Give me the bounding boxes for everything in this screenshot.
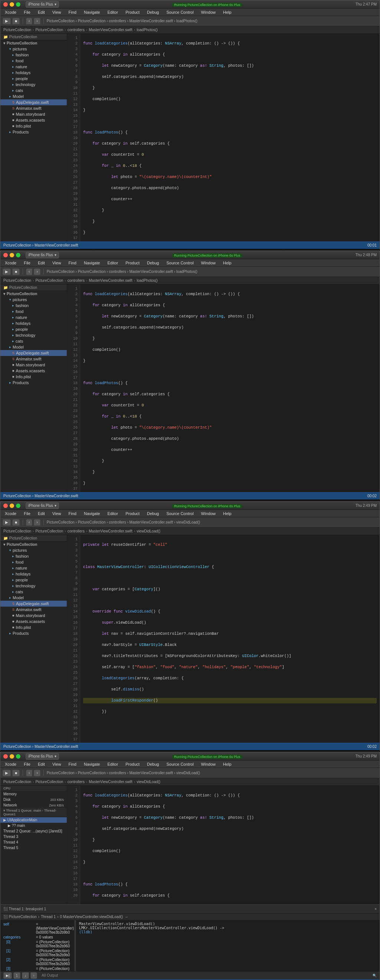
menu-editor[interactable]: Editor: [106, 10, 120, 14]
run-button-4[interactable]: ▶: [3, 770, 11, 776]
menu-editor-4[interactable]: Editor: [106, 762, 120, 767]
breadcrumb-3-item-2[interactable]: PictureCollection: [35, 529, 63, 533]
scheme-selector-2[interactable]: iPhone 6s Plus ▾: [26, 252, 59, 258]
nav-back-button-3[interactable]: ‹: [26, 519, 32, 526]
nav-item-model-2[interactable]: ▸ Model: [0, 344, 67, 350]
scheme-selector-4[interactable]: iPhone 6s Plus ▾: [26, 753, 59, 760]
nav-item-people-2[interactable]: ▸ people: [0, 326, 67, 332]
thread-item-network[interactable]: Network Zero KB/s: [0, 802, 67, 808]
scheme-selector-3[interactable]: iPhone 6s Plus ▾: [26, 503, 59, 509]
nav-forward-button-4[interactable]: ›: [34, 770, 40, 776]
menu-window-3[interactable]: Window: [200, 511, 217, 516]
menu-navigate-3[interactable]: Navigate: [82, 511, 101, 516]
breadcrumb-4-item-5[interactable]: viewDidLoad(): [137, 780, 160, 784]
breadcrumb-item-4[interactable]: MasterViewController.swift: [89, 28, 133, 32]
menu-file-3[interactable]: File: [22, 511, 32, 516]
nav-item-products-2[interactable]: ▸ Products: [0, 380, 67, 386]
nav-item-nature[interactable]: ▸ nature: [0, 64, 67, 70]
menu-edit-4[interactable]: Edit: [37, 762, 46, 767]
nav-item-infoplist-3[interactable]: ■ Info.plist: [0, 624, 67, 630]
menu-debug-4[interactable]: Debug: [145, 762, 160, 767]
run-button[interactable]: ▶: [3, 18, 11, 24]
nav-group-picturecollection[interactable]: ▾ PictureCollection: [0, 40, 67, 46]
nav-back-button-4[interactable]: ‹: [26, 770, 32, 776]
nav-item-animator-2[interactable]: S Animator.swift: [0, 356, 67, 362]
menu-product-4[interactable]: Product: [124, 762, 141, 767]
breadcrumb-2-item-4[interactable]: MasterViewController.swift: [89, 278, 133, 283]
close-button-2[interactable]: [3, 253, 8, 257]
menu-navigate[interactable]: Navigate: [82, 10, 101, 14]
debug-var-0[interactable]: [0] = (PictureCollection) 0x00007fee3b2b…: [2, 940, 73, 948]
menu-view-4[interactable]: View: [51, 762, 63, 767]
thread-item-1[interactable]: ▶ UIApplicationMain: [0, 817, 67, 823]
code-editor-1[interactable]: 1234 5678 9101112 13141516 17181920 2122…: [67, 34, 380, 241]
breadcrumb-2-item-5[interactable]: loadPhotos(): [137, 278, 158, 283]
breadcrumb-item-3[interactable]: controllers: [67, 28, 85, 32]
menu-help-4[interactable]: Help: [222, 762, 233, 767]
debug-console-4[interactable]: MasterViewController.viewDidLoad() LMKr.…: [76, 920, 380, 971]
menu-editor-2[interactable]: Editor: [106, 261, 120, 265]
menu-file-4[interactable]: File: [22, 762, 32, 767]
menu-edit[interactable]: Edit: [37, 10, 46, 14]
maximize-button-4[interactable]: [16, 754, 21, 759]
menu-window-4[interactable]: Window: [200, 762, 217, 767]
nav-item-appdelegate-2[interactable]: S AppDelegate.swift: [0, 350, 67, 356]
menu-source-control-3[interactable]: Source Control: [165, 511, 195, 516]
nav-item-people-3[interactable]: ▸ people: [0, 577, 67, 583]
nav-item-model[interactable]: ▸ Model: [0, 94, 67, 99]
code-editor-4[interactable]: 1234 5678 9101112 13141516 17181920 func…: [67, 786, 380, 904]
thread-item-2[interactable]: Thread 2 Queue: ...(async) [Jared3]: [0, 828, 67, 834]
debug-var-categories[interactable]: categories = 0 values: [2, 935, 73, 940]
stop-button[interactable]: ■: [12, 18, 20, 24]
breadcrumb-item-2[interactable]: PictureCollection: [35, 28, 63, 32]
run-button-3[interactable]: ▶: [3, 519, 11, 526]
thread-item-1-frame[interactable]: ▶ ?? main: [0, 823, 67, 828]
breadcrumb-2-item-2[interactable]: PictureCollection: [35, 278, 63, 283]
nav-item-model-3[interactable]: ▸ Model: [0, 595, 67, 601]
nav-item-cats[interactable]: ▸ cats: [0, 88, 67, 94]
debug-var-3[interactable]: [3] = (PictureCollection) 0x00007fee3b2b…: [2, 966, 73, 971]
nav-item-infoplist-2[interactable]: ■ Info.plist: [0, 374, 67, 380]
nav-item-storyboard-2[interactable]: ■ Main.storyboard: [0, 362, 67, 368]
menu-window-2[interactable]: Window: [200, 261, 217, 265]
menu-xcode[interactable]: Xcode: [3, 10, 18, 14]
nav-item-technology-3[interactable]: ▸ technology: [0, 583, 67, 589]
menu-find-3[interactable]: Find: [67, 511, 78, 516]
nav-item-fashion-3[interactable]: ▸ fashion: [0, 553, 67, 559]
menu-source-control-4[interactable]: Source Control: [165, 762, 195, 767]
minimize-button-3[interactable]: [10, 504, 14, 508]
menu-view-2[interactable]: View: [51, 261, 63, 265]
debug-close-4[interactable]: ×: [374, 907, 377, 911]
breadcrumb-4-item-4[interactable]: MasterViewController.swift: [89, 780, 133, 784]
nav-item-fashion[interactable]: ▸ fashion: [0, 52, 67, 58]
stop-button-2[interactable]: ■: [12, 269, 20, 275]
menu-file-2[interactable]: File: [22, 261, 32, 265]
menu-file[interactable]: File: [22, 10, 32, 14]
breadcrumb-3-item-5[interactable]: viewDidLoad(): [137, 529, 160, 533]
minimize-button-4[interactable]: [10, 754, 14, 759]
nav-item-holidays-2[interactable]: ▸ holidays: [0, 320, 67, 326]
debug-stepout-btn[interactable]: ↑: [30, 972, 37, 979]
breadcrumb-item-1[interactable]: PictureCollection: [3, 28, 31, 32]
breadcrumb-2-item-1[interactable]: PictureCollection: [3, 278, 31, 283]
menu-debug-3[interactable]: Debug: [145, 511, 160, 516]
nav-item-food[interactable]: ▸ food: [0, 58, 67, 64]
menu-debug[interactable]: Debug: [145, 10, 160, 14]
run-button-2[interactable]: ▶: [3, 269, 11, 275]
menu-view[interactable]: View: [51, 10, 63, 14]
breadcrumb-item-5[interactable]: loadPhotos(): [137, 28, 158, 32]
nav-item-appdelegate-3[interactable]: S AppDelegate.swift: [0, 601, 67, 607]
nav-item-products-3[interactable]: ▸ Products: [0, 630, 67, 636]
thread-item-memory[interactable]: Memory: [0, 791, 67, 797]
nav-item-nature-3[interactable]: ▸ nature: [0, 565, 67, 571]
breadcrumb-3-item-1[interactable]: PictureCollection: [3, 529, 31, 533]
menu-help[interactable]: Help: [222, 10, 233, 14]
debug-var-self[interactable]: self = (MasterViewController) 0x00007fee…: [2, 922, 73, 935]
menu-product-3[interactable]: Product: [124, 511, 141, 516]
menu-help-3[interactable]: Help: [222, 511, 233, 516]
nav-item-pictures-3[interactable]: ▾ pictures: [0, 547, 67, 553]
debug-bc-3[interactable]: 0 MasterViewController.viewDidLoad(): [60, 915, 123, 919]
nav-item-holidays[interactable]: ▸ holidays: [0, 70, 67, 76]
breadcrumb-4-item-2[interactable]: PictureCollection: [35, 780, 63, 784]
nav-item-infoplist[interactable]: ■ Info.plist: [0, 123, 67, 129]
